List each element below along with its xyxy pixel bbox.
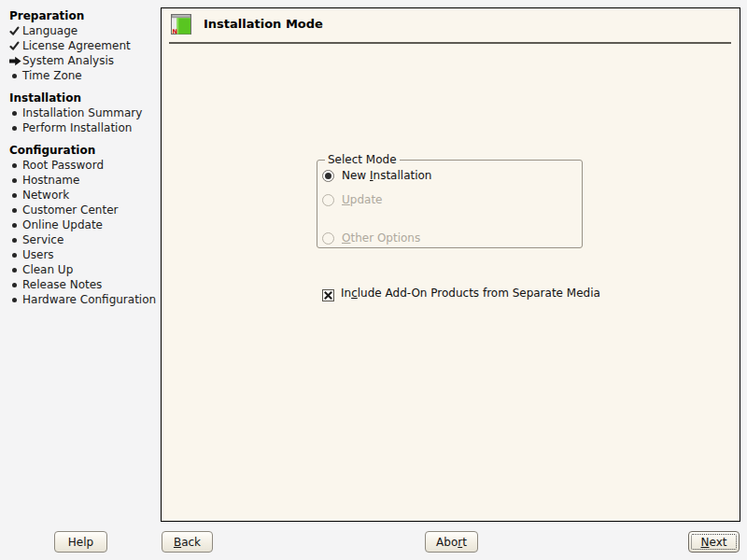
next-button[interactable]: Next: [688, 531, 740, 553]
radio-label: Update: [342, 193, 382, 206]
sidebar-item-system-analysis: System Analysis: [9, 53, 159, 68]
bullet-icon: [9, 111, 22, 116]
sidebar-item-customer-center: Customer Center: [9, 203, 159, 217]
section-title: Configuration: [9, 143, 159, 158]
sidebar-item-label: Hardware Configuration: [22, 293, 156, 306]
help-button[interactable]: Help: [54, 531, 107, 553]
sidebar-item-label: Customer Center: [22, 203, 119, 217]
sidebar-item-label: Network: [22, 189, 69, 202]
sidebar-item-online-update: Online Update: [9, 217, 159, 232]
sidebar-item-network: Network: [9, 188, 159, 203]
sidebar-item-label: Language: [22, 24, 78, 37]
sidebar-item-language: Language: [9, 23, 159, 38]
sidebar-item-label: Root Password: [22, 159, 104, 172]
sidebar-item-label: Service: [22, 233, 63, 246]
sidebar-item-time-zone: Time Zone: [9, 68, 159, 83]
sidebar-item-label: System Analysis: [22, 54, 114, 67]
bullet-icon: [9, 268, 22, 273]
radio-button-icon: [322, 194, 334, 206]
sidebar-section-preparation: Preparation Language License Agreement S…: [9, 8, 159, 83]
bullet-icon: [9, 178, 22, 183]
bullet-icon: [9, 208, 22, 213]
section-title: Preparation: [9, 8, 159, 23]
sidebar-item-release-notes: Release Notes: [9, 277, 159, 292]
include-addon-checkbox[interactable]: Include Add-On Products from Separate Me…: [322, 287, 600, 300]
installer-steps-sidebar: Preparation Language License Agreement S…: [9, 8, 159, 307]
checkbox-label: Include Add-On Products from Separate Me…: [341, 287, 600, 300]
sidebar-item-hostname: Hostname: [9, 173, 159, 188]
check-icon: [9, 26, 22, 36]
sidebar-item-label: Clean Up: [22, 263, 73, 276]
sidebar-item-label: Installation Summary: [22, 106, 142, 119]
page-title: Installation Mode: [204, 17, 323, 31]
content-panel: N Installation Mode Select Mode New Inst…: [161, 7, 740, 522]
sidebar-item-label: Online Update: [22, 218, 103, 231]
sidebar-item-label: License Agreement: [22, 39, 131, 52]
bullet-icon: [9, 238, 22, 243]
radio-button-icon: [322, 232, 334, 245]
bullet-icon: [9, 74, 22, 78]
radio-update: Update: [322, 193, 382, 206]
radio-other-options: Other Options: [322, 231, 420, 245]
sidebar-item-installation-summary: Installation Summary: [9, 105, 159, 120]
radio-new-installation[interactable]: New Installation: [322, 169, 431, 182]
abort-button[interactable]: Abort: [425, 531, 478, 553]
select-mode-groupbox: Select Mode New Installation Update Othe…: [317, 160, 583, 248]
section-title: Installation: [9, 91, 159, 105]
radio-label: Other Options: [342, 231, 420, 245]
sidebar-section-installation: Installation Installation Summary Perfor…: [9, 91, 159, 135]
page-header: N Installation Mode: [171, 13, 323, 35]
sidebar-item-service: Service: [9, 232, 159, 247]
sidebar-item-label: Time Zone: [22, 69, 82, 82]
sidebar-item-root-password: Root Password: [9, 158, 159, 173]
sidebar-item-label: Perform Installation: [22, 121, 132, 134]
bullet-icon: [9, 223, 22, 228]
bullet-icon: [9, 253, 22, 258]
header-divider: [169, 42, 731, 44]
bullet-icon: [9, 298, 22, 302]
groupbox-legend: Select Mode: [325, 153, 400, 167]
sidebar-item-label: Hostname: [22, 174, 79, 187]
checkbox-checked-icon: [322, 287, 334, 300]
sidebar-item-label: Release Notes: [22, 278, 102, 291]
bullet-icon: [9, 283, 22, 287]
package-icon: N: [171, 13, 191, 35]
sidebar-section-configuration: Configuration Root Password Hostname Net…: [9, 143, 159, 307]
radio-button-icon: [322, 170, 334, 182]
sidebar-item-hardware-configuration: Hardware Configuration: [9, 292, 159, 307]
sidebar-item-perform-installation: Perform Installation: [9, 120, 159, 135]
bullet-icon: [9, 126, 22, 131]
radio-label: New Installation: [342, 169, 431, 182]
sidebar-item-users: Users: [9, 247, 159, 262]
sidebar-item-license-agreement: License Agreement: [9, 38, 159, 53]
check-icon: [9, 41, 22, 51]
bullet-icon: [9, 193, 22, 198]
current-step-arrow-icon: [9, 56, 22, 66]
sidebar-item-clean-up: Clean Up: [9, 262, 159, 277]
bullet-icon: [9, 163, 22, 168]
sidebar-item-label: Users: [22, 248, 54, 261]
svg-text:N: N: [173, 28, 177, 35]
back-button[interactable]: Back: [162, 531, 213, 553]
